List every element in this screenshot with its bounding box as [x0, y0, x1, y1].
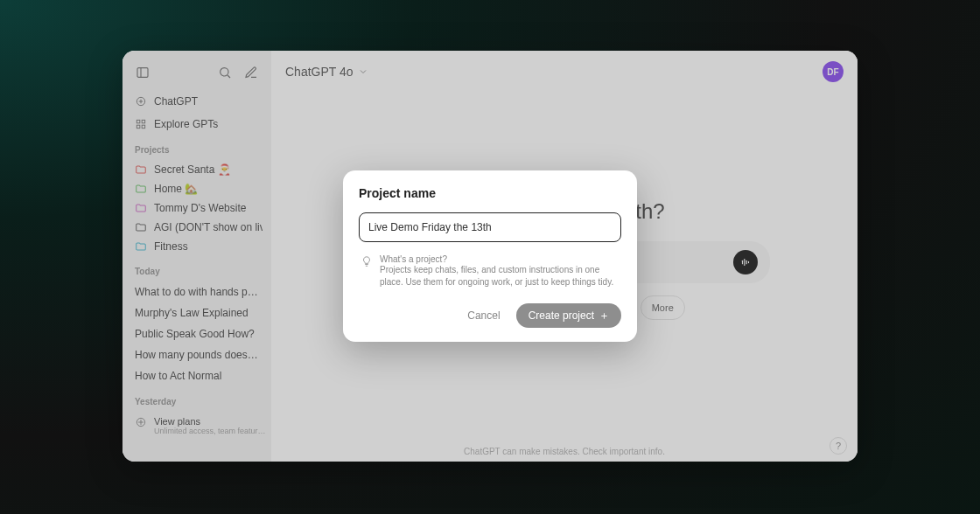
create-project-modal: Project name What's a project? Projects …	[343, 170, 637, 342]
create-project-button[interactable]: Create project	[516, 303, 621, 328]
modal-overlay[interactable]: Project name What's a project? Projects …	[122, 51, 858, 462]
create-button-label: Create project	[528, 309, 594, 322]
project-hint: What's a project? Projects keep chats, f…	[359, 254, 621, 288]
plus-icon	[599, 311, 609, 321]
app-window: ChatGPT Explore GPTs Projects Secret San…	[122, 51, 858, 462]
hint-body: Projects keep chats, files, and custom i…	[380, 264, 620, 288]
lightbulb-icon	[360, 255, 373, 267]
modal-title: Project name	[359, 186, 621, 200]
hint-title: What's a project?	[380, 254, 620, 264]
cancel-button[interactable]: Cancel	[460, 304, 507, 327]
modal-actions: Cancel Create project	[359, 303, 621, 328]
project-name-input[interactable]	[359, 212, 621, 242]
